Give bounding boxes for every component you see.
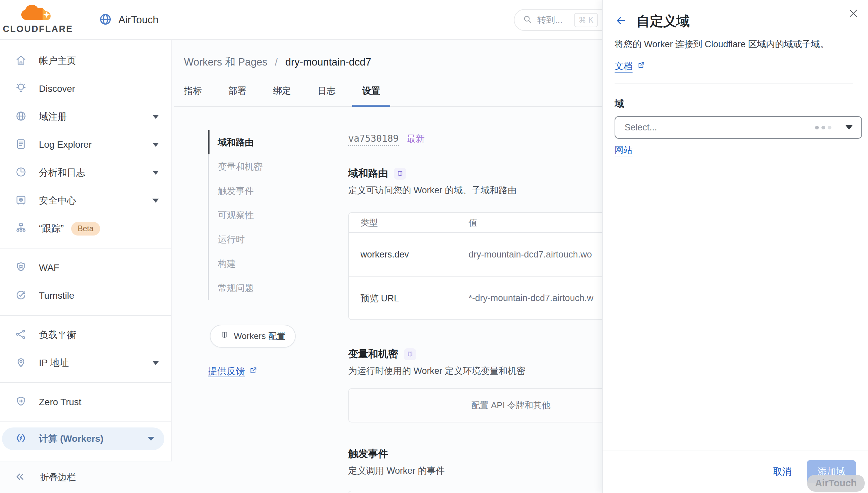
sidebar-item-label: “跟踪” <box>39 222 64 235</box>
settings-nav-general[interactable]: 常规问题 <box>209 276 348 300</box>
sidebar-item-zero-trust[interactable]: Zero Trust <box>0 388 171 416</box>
sidebar-item-label: 计算 (Workers) <box>39 432 104 445</box>
book-icon[interactable] <box>394 168 406 180</box>
cloudflare-cloud-icon <box>18 3 58 23</box>
docs-link-label: 文档 <box>615 60 632 72</box>
version-id[interactable]: va7530189 <box>348 133 399 146</box>
sidebar-nav: 帐户主页 Discover 域注册 Log Explorer 分析和日志 <box>0 40 171 450</box>
sidebar-item-discover[interactable]: Discover <box>0 75 171 103</box>
chevron-down-icon <box>152 143 159 147</box>
docs-link[interactable]: 文档 <box>615 60 646 72</box>
select-placeholder: Select... <box>625 123 657 133</box>
sidebar-item-account-home[interactable]: 帐户主页 <box>0 47 171 75</box>
collapse-sidebar-button[interactable]: 折叠边栏 <box>0 461 172 493</box>
sidebar-item-domain-registration[interactable]: 域注册 <box>0 103 171 131</box>
settings-nav-runtime[interactable]: 运行时 <box>209 227 348 252</box>
pie-chart-icon <box>15 166 27 179</box>
latest-badge: 最新 <box>407 133 425 145</box>
global-search[interactable]: 转到... ⌘ K <box>514 9 614 31</box>
section-title: 变量和机密 <box>348 347 398 361</box>
airtouch-watermark: AirTouch <box>807 475 865 492</box>
sidebar-item-load-balancing[interactable]: 负载平衡 <box>0 321 171 349</box>
app-root: CLOUDFLARE AirTouch 转到... ⌘ K 帐 <box>0 0 868 493</box>
workers-config-button[interactable]: Workers 配置 <box>210 325 296 348</box>
sidebar-item-label: Log Explorer <box>39 140 92 150</box>
safe-icon <box>15 194 27 207</box>
account-switcher[interactable]: AirTouch <box>98 0 159 40</box>
tab-bindings[interactable]: 绑定 <box>263 85 301 107</box>
feedback-label: 提供反馈 <box>208 365 245 378</box>
book-icon <box>220 330 229 342</box>
lightbulb-icon <box>15 82 27 95</box>
settings-nav-variables-secrets[interactable]: 变量和机密 <box>209 154 348 179</box>
external-link-icon <box>249 366 258 377</box>
sidebar-item-waf[interactable]: WAF <box>0 254 171 282</box>
load-balancer-icon <box>15 328 27 342</box>
search-shortcut-badge: ⌘ K <box>574 13 598 27</box>
sidebar-item-label: Zero Trust <box>39 397 82 408</box>
shield-arrow-icon <box>15 395 27 409</box>
workers-config-label: Workers 配置 <box>234 330 286 342</box>
chevron-down-icon <box>152 199 159 202</box>
sidebar-item-trace[interactable]: “跟踪” Beta <box>0 215 171 242</box>
domain-field-label: 域 <box>615 98 861 110</box>
sidebar-item-log-explorer[interactable]: Log Explorer <box>0 131 171 159</box>
loading-dots-icon <box>815 126 831 129</box>
double-chevron-left-icon <box>14 471 26 484</box>
section-title: 触发事件 <box>348 447 388 461</box>
domain-select[interactable]: Select... <box>615 116 862 139</box>
chevron-down-icon <box>845 125 853 130</box>
beta-badge: Beta <box>71 222 100 236</box>
brand-name: CLOUDFLARE <box>3 24 73 34</box>
sidebar-item-label: IP 地址 <box>39 357 69 369</box>
arrow-left-icon[interactable] <box>615 14 627 28</box>
breadcrumb-current: dry-mountain-dcd7 <box>285 56 371 68</box>
sidebar-item-compute-workers[interactable]: 计算 (Workers) <box>2 427 164 450</box>
sidebar-item-label: Discover <box>39 84 75 94</box>
tab-logs[interactable]: 日志 <box>308 85 346 107</box>
cancel-button[interactable]: 取消 <box>773 465 792 478</box>
settings-nav-domains-routes[interactable]: 域和路由 <box>209 130 348 154</box>
sidebar-item-security-center[interactable]: 安全中心 <box>0 187 171 215</box>
account-name: AirTouch <box>118 14 159 26</box>
tab-deployments[interactable]: 部署 <box>219 85 257 107</box>
panel-title: 自定义域 <box>637 12 690 30</box>
sidebar-item-analytics-logs[interactable]: 分析和日志 <box>0 159 171 187</box>
workers-icon <box>15 432 27 446</box>
sidebar: 帐户主页 Discover 域注册 Log Explorer 分析和日志 <box>0 40 172 493</box>
sidebar-item-label: 域注册 <box>39 110 67 123</box>
map-pin-icon <box>15 356 27 370</box>
sidebar-item-turnstile[interactable]: Turnstile <box>0 282 171 310</box>
column-header-type: 类型 <box>349 217 469 229</box>
close-icon[interactable] <box>847 7 859 21</box>
feedback-link[interactable]: 提供反馈 <box>208 365 258 378</box>
row-type: workers.dev <box>349 250 469 260</box>
sidebar-divider <box>0 422 171 422</box>
tab-settings[interactable]: 设置 <box>352 85 390 107</box>
sidebar-divider <box>0 315 171 316</box>
chevron-down-icon <box>152 115 159 119</box>
sidebar-item-label: 负载平衡 <box>39 329 76 341</box>
section-title: 域和路由 <box>348 167 388 180</box>
globe-icon <box>98 12 112 28</box>
chevron-down-icon <box>152 361 159 365</box>
zone-link[interactable]: 网站 <box>615 144 632 156</box>
tab-metrics[interactable]: 指标 <box>174 85 212 107</box>
search-icon <box>522 14 532 26</box>
sidebar-item-ip-addresses[interactable]: IP 地址 <box>0 349 171 377</box>
cloudflare-logo[interactable]: CLOUDFLARE <box>10 3 66 34</box>
sidebar-divider <box>0 248 171 249</box>
external-link-icon <box>637 61 646 71</box>
settings-nav-observability[interactable]: 可观察性 <box>209 203 348 227</box>
variables-empty-text: 配置 API 令牌和其他 <box>471 400 550 411</box>
book-icon[interactable] <box>404 348 416 360</box>
sidebar-item-label: 分析和日志 <box>39 166 86 179</box>
sidebar-divider <box>0 382 171 383</box>
home-icon <box>15 54 27 67</box>
breadcrumb-parent[interactable]: Workers 和 Pages <box>184 56 267 68</box>
turnstile-icon <box>15 289 27 302</box>
search-placeholder: 转到... <box>537 14 563 26</box>
settings-nav-build[interactable]: 构建 <box>209 252 348 276</box>
settings-nav-triggers[interactable]: 触发事件 <box>209 179 348 203</box>
sidebar-item-label: 帐户主页 <box>39 55 76 67</box>
